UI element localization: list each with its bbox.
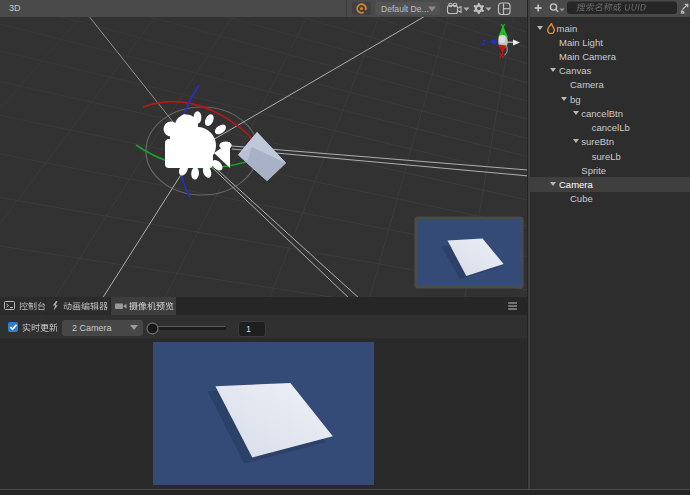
svg-text:X: X [499, 51, 504, 60]
svg-text:1: 1 [246, 324, 251, 334]
svg-text:3D: 3D [9, 3, 21, 13]
svg-text:Z: Z [483, 39, 487, 46]
svg-text:Default De...: Default De... [381, 4, 429, 14]
svg-text:2 Camera: 2 Camera [72, 323, 112, 333]
svg-text:Y: Y [501, 22, 506, 31]
